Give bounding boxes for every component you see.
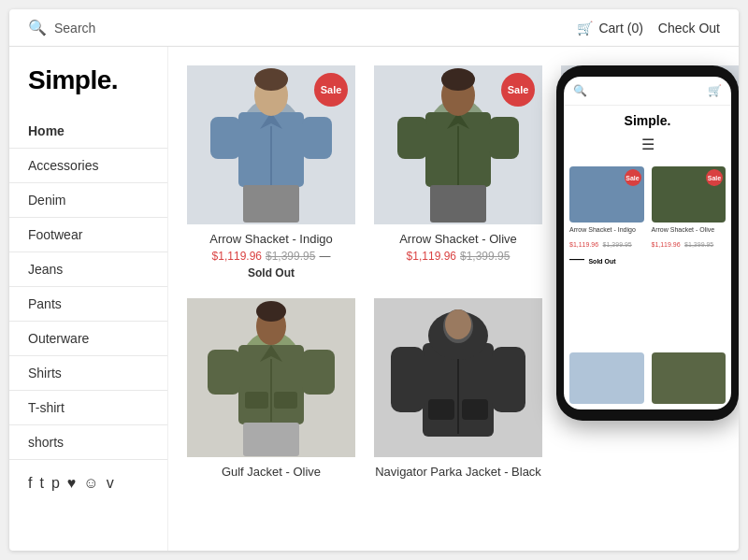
phone-search-icon: 🔍: [573, 84, 587, 97]
svg-point-50: [445, 309, 471, 339]
svg-rect-17: [397, 117, 427, 159]
sale-badge-olive: Sale: [501, 73, 535, 107]
price-sale-olive: $1,119.96: [407, 250, 456, 263]
svg-rect-19: [430, 185, 486, 223]
svg-rect-47: [462, 399, 488, 420]
phone-site-title: Simple.: [564, 106, 731, 132]
facebook-icon[interactable]: f: [28, 475, 32, 492]
svg-rect-48: [391, 347, 424, 412]
phone-product-card-1: Sale Arrow Shacket - Indigo $1,119.96 $1…: [569, 166, 644, 347]
cart-label: Cart (0): [598, 21, 642, 36]
cart-icon: 🛒: [577, 21, 593, 36]
phone-product-image-2: Sale: [652, 166, 726, 223]
sidebar: Simple. Home Accessories Denim Footwear …: [9, 47, 168, 551]
product-image-parka: [374, 298, 542, 457]
nav-item-pants[interactable]: Pants: [9, 287, 167, 322]
phone-sold-out-1: Sold Out: [588, 258, 615, 265]
svg-rect-38: [274, 392, 297, 409]
phone-price-sale-2: $1,119.96: [652, 241, 681, 248]
product-name-olive: Arrow Shacket - Olive: [374, 232, 542, 246]
phone-screen: 🔍 🛒 Simple. ☰ Sale Arrow Shacket - Indig…: [564, 77, 731, 409]
site-title: Simple.: [9, 65, 167, 114]
phone-header: 🔍 🛒: [564, 77, 731, 106]
nav-item-footwear[interactable]: Footwear: [9, 218, 167, 252]
svg-rect-35: [208, 350, 240, 395]
phone-bottom-card-1: [569, 352, 644, 404]
nav-item-shirts[interactable]: Shirts: [9, 356, 167, 391]
vine-icon[interactable]: v: [107, 475, 114, 492]
cart-area[interactable]: 🛒 Cart (0): [577, 21, 642, 36]
nav-item-jeans[interactable]: Jeans: [9, 252, 167, 287]
phone-products-grid: Sale Arrow Shacket - Indigo $1,119.96 $1…: [564, 161, 731, 352]
product-name-gulf-jacket: Gulf Jacket - Olive: [187, 465, 355, 479]
svg-rect-49: [492, 347, 525, 412]
snapchat-icon[interactable]: ☺: [83, 475, 98, 492]
svg-point-6: [254, 68, 288, 91]
phone-cart-icon: 🛒: [708, 84, 722, 97]
svg-rect-18: [489, 117, 519, 159]
nav-item-outerware[interactable]: Outerware: [9, 322, 167, 356]
phone-hamburger-icon[interactable]: ☰: [564, 132, 731, 161]
phone-product-price-2: $1,119.96 $1,399.95: [652, 234, 726, 251]
svg-point-16: [441, 68, 475, 91]
phone-price-original-1: $1,399.95: [603, 241, 632, 248]
main-content: Sale Arrow Shacket - Indigo $1,119.96 $1…: [168, 47, 739, 551]
svg-rect-46: [428, 399, 454, 420]
phone-price-original-2: $1,399.95: [684, 241, 713, 248]
svg-rect-36: [302, 350, 335, 395]
phone-bottom-products: [564, 352, 731, 409]
search-icon: 🔍: [28, 19, 47, 36]
phone-sale-badge-1: Sale: [625, 169, 641, 186]
product-image-indigo: Sale: [187, 65, 355, 224]
nav-item-accessories[interactable]: Accessories: [9, 149, 167, 183]
phone-sale-badge-2: Sale: [706, 169, 723, 186]
product-card-gulf-jacket[interactable]: Gulf Jacket - Olive: [187, 298, 355, 479]
product-price-olive: $1,119.96 $1,399.95: [374, 250, 542, 263]
svg-rect-39: [243, 423, 299, 456]
product-price-indigo: $1,119.96 $1,399.95 — Sold Out: [187, 250, 355, 280]
sale-badge-indigo: Sale: [314, 73, 348, 107]
nav-item-home[interactable]: Home: [9, 114, 167, 149]
product-card-parka[interactable]: Navigator Parka Jacket - Black: [374, 298, 542, 479]
product-name-parka: Navigator Parka Jacket - Black: [374, 465, 542, 479]
svg-point-34: [256, 301, 286, 322]
nav-item-shorts[interactable]: shorts: [9, 425, 167, 460]
twitter-icon[interactable]: t: [39, 475, 43, 492]
search-label[interactable]: Search: [54, 21, 95, 36]
product-card-olive[interactable]: Sale Arrow Shacket - Olive $1,119.96 $1,…: [374, 65, 542, 280]
nav-item-tshirt[interactable]: T-shirt: [9, 391, 167, 425]
checkout-link[interactable]: Check Out: [658, 21, 720, 36]
product-image-olive: Sale: [374, 65, 542, 224]
nav-item-denim[interactable]: Denim: [9, 183, 167, 218]
product-card-indigo[interactable]: Sale Arrow Shacket - Indigo $1,119.96 $1…: [187, 65, 355, 280]
product-image-gulf-jacket: [187, 298, 355, 457]
phone-bottom-card-2: [652, 352, 726, 404]
sold-out-indigo: Sold Out: [248, 266, 295, 280]
site-header: 🔍 Search 🛒 Cart (0) Check Out: [9, 9, 739, 47]
price-original-indigo: $1,399.95: [266, 250, 315, 263]
price-sale-indigo: $1,119.96: [212, 250, 262, 263]
svg-rect-9: [243, 185, 299, 223]
svg-rect-7: [210, 117, 240, 159]
search-area[interactable]: 🔍 Search: [28, 19, 95, 36]
phone-product-card-2: Sale Arrow Shacket - Olive $1,119.96 $1,…: [652, 166, 726, 347]
nav-list: Home Accessories Denim Footwear Jeans Pa…: [9, 114, 167, 460]
price-original-olive: $1,399.95: [460, 250, 510, 263]
phone-product-image-1: Sale: [569, 166, 644, 223]
phone-product-name-1: Arrow Shacket - Indigo: [569, 225, 644, 234]
instagram-icon[interactable]: ♥: [67, 475, 77, 492]
product-name-indigo: Arrow Shacket - Indigo: [187, 232, 355, 246]
social-icons: f t p ♥ ☺ v: [9, 460, 167, 507]
header-right: 🛒 Cart (0) Check Out: [577, 21, 720, 36]
phone-price-sale-1: $1,119.96: [569, 241, 598, 248]
pinterest-icon[interactable]: p: [51, 475, 60, 492]
svg-rect-37: [245, 392, 268, 409]
phone-product-price-1: $1,119.96 $1,399.95 — Sold Out: [569, 234, 644, 267]
svg-rect-8: [302, 117, 332, 159]
body-wrapper: Simple. Home Accessories Denim Footwear …: [9, 47, 739, 551]
phone-product-name-2: Arrow Shacket - Olive: [652, 225, 726, 234]
phone-mockup: 🔍 🛒 Simple. ☰ Sale Arrow Shacket - Indig…: [556, 65, 739, 421]
